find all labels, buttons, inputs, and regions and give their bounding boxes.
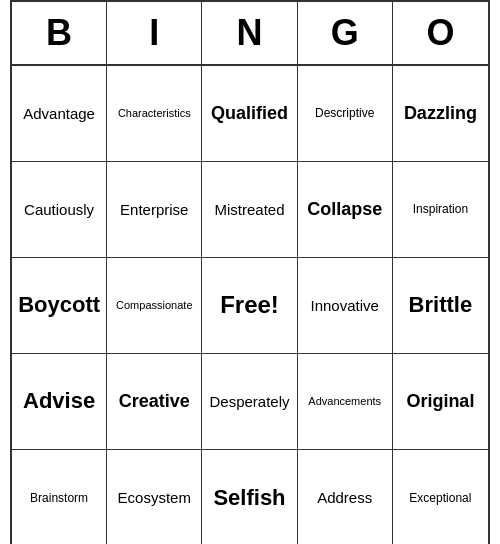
cell-text: Free!: [220, 291, 279, 320]
cell-text: Qualified: [211, 103, 288, 125]
bingo-cell: Creative: [107, 354, 202, 450]
cell-text: Original: [406, 391, 474, 413]
cell-text: Dazzling: [404, 103, 477, 125]
bingo-cell: Advantage: [12, 66, 107, 162]
header-letter: N: [202, 2, 297, 64]
bingo-header: BINGO: [12, 2, 488, 66]
bingo-cell: Brittle: [393, 258, 488, 354]
bingo-card: BINGO AdvantageCharacteristicsQualifiedD…: [10, 0, 490, 544]
cell-text: Exceptional: [409, 491, 471, 505]
cell-text: Selfish: [213, 485, 285, 511]
cell-text: Advise: [23, 388, 95, 414]
header-letter: B: [12, 2, 107, 64]
cell-text: Brittle: [409, 292, 473, 318]
bingo-cell: Descriptive: [298, 66, 393, 162]
cell-text: Descriptive: [315, 106, 374, 120]
cell-text: Desperately: [209, 393, 289, 411]
bingo-cell: Qualified: [202, 66, 297, 162]
cell-text: Address: [317, 489, 372, 507]
bingo-grid: AdvantageCharacteristicsQualifiedDescrip…: [12, 66, 488, 544]
cell-text: Advancements: [308, 395, 381, 408]
bingo-cell: Exceptional: [393, 450, 488, 544]
bingo-cell: Inspiration: [393, 162, 488, 258]
cell-text: Brainstorm: [30, 491, 88, 505]
cell-text: Cautiously: [24, 201, 94, 219]
bingo-cell: Characteristics: [107, 66, 202, 162]
bingo-cell: Enterprise: [107, 162, 202, 258]
cell-text: Creative: [119, 391, 190, 413]
cell-text: Inspiration: [413, 202, 468, 216]
bingo-cell: Desperately: [202, 354, 297, 450]
bingo-cell: Address: [298, 450, 393, 544]
cell-text: Collapse: [307, 199, 382, 221]
bingo-cell: Free!: [202, 258, 297, 354]
cell-text: Compassionate: [116, 299, 192, 312]
bingo-cell: Compassionate: [107, 258, 202, 354]
bingo-cell: Advancements: [298, 354, 393, 450]
cell-text: Enterprise: [120, 201, 188, 219]
cell-text: Advantage: [23, 105, 95, 123]
header-letter: I: [107, 2, 202, 64]
cell-text: Boycott: [18, 292, 100, 318]
bingo-cell: Advise: [12, 354, 107, 450]
bingo-cell: Innovative: [298, 258, 393, 354]
bingo-cell: Cautiously: [12, 162, 107, 258]
cell-text: Characteristics: [118, 107, 191, 120]
cell-text: Innovative: [311, 297, 379, 315]
bingo-cell: Brainstorm: [12, 450, 107, 544]
cell-text: Mistreated: [214, 201, 284, 219]
bingo-cell: Selfish: [202, 450, 297, 544]
header-letter: O: [393, 2, 488, 64]
cell-text: Ecosystem: [118, 489, 191, 507]
bingo-cell: Collapse: [298, 162, 393, 258]
bingo-cell: Dazzling: [393, 66, 488, 162]
bingo-cell: Mistreated: [202, 162, 297, 258]
bingo-cell: Boycott: [12, 258, 107, 354]
header-letter: G: [298, 2, 393, 64]
bingo-cell: Ecosystem: [107, 450, 202, 544]
bingo-cell: Original: [393, 354, 488, 450]
